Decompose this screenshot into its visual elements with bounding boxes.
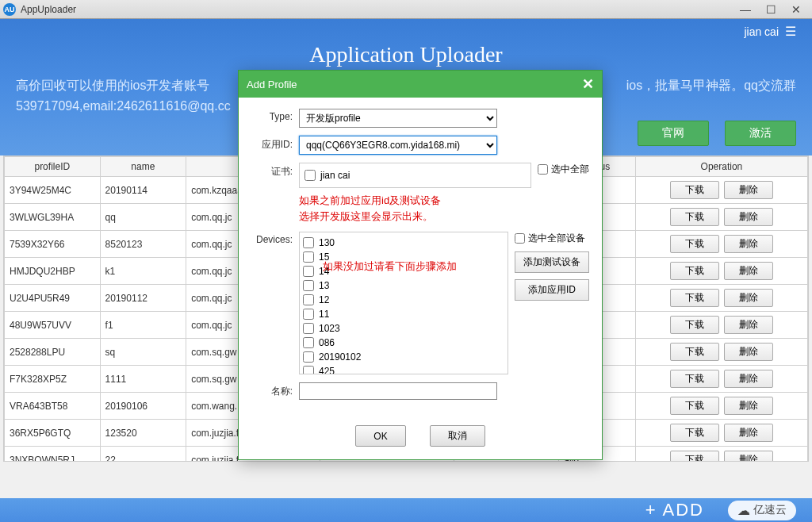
cell-pid: 3WLWGL39HA [5, 204, 101, 231]
delete-button[interactable]: 删除 [724, 262, 773, 280]
cert-item[interactable]: jian cai [304, 168, 526, 182]
cell-pid: U2U4PU5R49 [5, 285, 101, 312]
download-button[interactable]: 下载 [670, 181, 719, 199]
download-button[interactable]: 下载 [670, 397, 719, 415]
download-button[interactable]: 下载 [670, 424, 719, 442]
delete-button[interactable]: 删除 [724, 451, 773, 462]
appid-select[interactable]: qqq(CQ66Y3EGR8.com.yida168.mi) [299, 136, 497, 155]
ok-button[interactable]: OK [355, 425, 405, 447]
type-label: Type: [251, 109, 299, 122]
cell-name: 20190114 [100, 177, 186, 204]
cell-pid: F7K328XP5Z [5, 366, 101, 393]
device-label: 11 [319, 309, 329, 320]
delete-button[interactable]: 删除 [724, 289, 773, 307]
download-button[interactable]: 下载 [670, 370, 719, 388]
banner-line2: 539717094,email:2462611616@qq.cc [16, 99, 231, 113]
watermark-badge: ☁ 亿速云 [728, 501, 796, 520]
device-item[interactable]: 20190102 [303, 350, 504, 364]
device-label: 086 [319, 337, 335, 348]
cell-name: 22 [100, 447, 186, 463]
device-checkbox[interactable] [303, 266, 314, 277]
select-all-devices-checkbox[interactable] [515, 233, 525, 244]
device-checkbox[interactable] [303, 294, 314, 305]
cell-name: f1 [100, 312, 186, 339]
download-button[interactable]: 下载 [670, 262, 719, 280]
device-label: 425 [319, 366, 335, 374]
select-all-devices[interactable]: 选中全部设备 [515, 232, 589, 245]
app-icon: AU [3, 3, 16, 16]
delete-button[interactable]: 删除 [724, 316, 773, 334]
official-site-button[interactable]: 官网 [638, 121, 709, 146]
banner-line1: 高价回收可以使用的ios开发者账号 [16, 79, 209, 92]
add-button[interactable]: + ADD [645, 500, 704, 520]
add-test-device-button[interactable]: 添加测试设备 [515, 251, 589, 273]
cert-checkbox[interactable] [304, 170, 316, 181]
download-button[interactable]: 下载 [670, 316, 719, 334]
device-checkbox[interactable] [303, 309, 314, 320]
maximize-icon[interactable]: ☐ [763, 3, 779, 16]
device-item[interactable]: 130 [303, 236, 504, 250]
col-profileid: profileID [5, 157, 101, 177]
footer-bar: + ADD ☁ 亿速云 [0, 498, 812, 522]
cell-pid: 2528288LPU [5, 339, 101, 366]
devices-list[interactable]: 1301514131211102308620190102425 [299, 232, 508, 374]
device-item[interactable]: 13 [303, 278, 504, 293]
name-label: 名称: [251, 382, 299, 398]
cert-note-2: 选择开发版这里会显示出来。 [299, 209, 531, 225]
download-button[interactable]: 下载 [670, 235, 719, 253]
close-icon[interactable]: ✕ [788, 3, 804, 16]
dialog-header: Add Profile ✕ [239, 71, 602, 98]
download-button[interactable]: 下载 [670, 343, 719, 361]
watermark-text: 亿速云 [753, 503, 787, 517]
delete-button[interactable]: 删除 [724, 343, 773, 361]
device-label: 13 [319, 280, 329, 291]
cell-name: 1111 [100, 366, 186, 393]
delete-button[interactable]: 删除 [724, 424, 773, 442]
cell-pid: VRA643BT58 [5, 393, 101, 420]
device-label: 1023 [319, 323, 340, 334]
select-all-devices-label: 选中全部设备 [528, 232, 585, 245]
add-appid-button[interactable]: 添加应用ID [515, 279, 589, 301]
download-button[interactable]: 下载 [670, 208, 719, 226]
device-checkbox[interactable] [303, 251, 314, 263]
device-checkbox[interactable] [303, 351, 314, 363]
device-checkbox[interactable] [303, 280, 314, 291]
cell-pid: HMJDQU2HBP [5, 258, 101, 285]
device-item[interactable]: 1023 [303, 321, 504, 336]
cert-note-1: 如果之前加过应用id及测试设备 [299, 193, 531, 209]
device-item[interactable]: 11 [303, 307, 504, 321]
delete-button[interactable]: 删除 [724, 181, 773, 199]
col-name: name [100, 157, 186, 177]
cell-pid: 7539X32Y66 [5, 231, 101, 258]
name-input[interactable] [299, 382, 497, 400]
minimize-icon[interactable]: — [737, 3, 753, 16]
device-checkbox[interactable] [303, 366, 314, 374]
menu-icon[interactable]: ☰ [785, 24, 796, 39]
device-item[interactable]: 425 [303, 364, 504, 374]
cell-name: 20190112 [100, 285, 186, 312]
cancel-button[interactable]: 取消 [430, 425, 485, 447]
download-button[interactable]: 下载 [670, 289, 719, 307]
dialog-close-icon[interactable]: ✕ [582, 75, 594, 93]
type-select[interactable]: 开发版profile [299, 109, 497, 128]
device-item[interactable]: 12 [303, 293, 504, 307]
device-label: 130 [319, 237, 335, 248]
add-profile-dialog: Add Profile ✕ Type: 开发版profile 应用ID: qqq… [238, 70, 603, 460]
device-item[interactable]: 086 [303, 336, 504, 350]
cell-name: 20190106 [100, 393, 186, 420]
delete-button[interactable]: 删除 [724, 397, 773, 415]
appid-label: 应用ID: [251, 136, 299, 152]
banner-tail: ios，批量马甲神器。qq交流群 [626, 75, 796, 96]
download-button[interactable]: 下载 [670, 451, 719, 462]
select-all-cert-checkbox[interactable] [538, 164, 548, 175]
activate-button[interactable]: 激活 [725, 121, 796, 146]
cell-name: k1 [100, 258, 186, 285]
select-all-cert[interactable]: 选中全部 [538, 163, 589, 176]
delete-button[interactable]: 删除 [724, 370, 773, 388]
delete-button[interactable]: 删除 [724, 208, 773, 226]
cell-name: sq [100, 339, 186, 366]
delete-button[interactable]: 删除 [724, 235, 773, 253]
device-checkbox[interactable] [303, 337, 314, 348]
device-checkbox[interactable] [303, 237, 314, 248]
device-checkbox[interactable] [303, 323, 314, 334]
